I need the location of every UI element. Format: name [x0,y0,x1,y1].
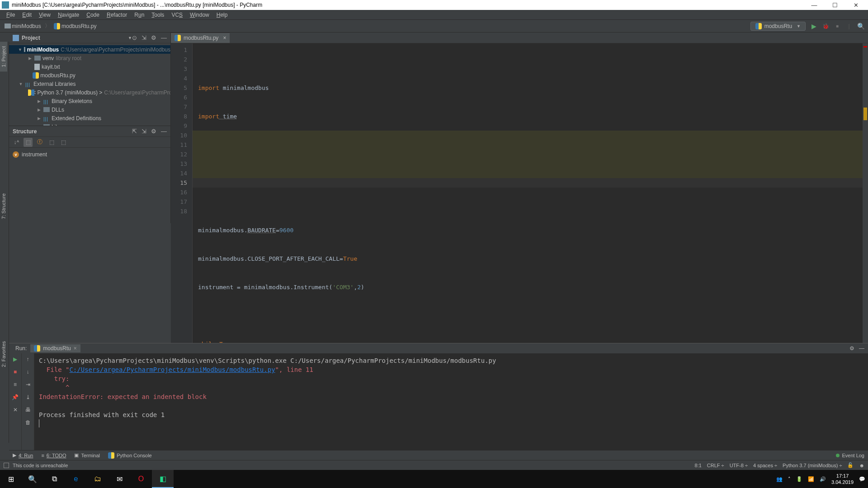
tree-root[interactable]: ▼miniModbusC:\Users\argea\PycharmProject… [9,45,170,54]
menu-file[interactable]: File [3,11,19,19]
tab-run-bottom[interactable]: ▶ 4: Run [13,452,33,458]
chevron-down-icon[interactable]: ▼ [128,36,132,40]
run-tab[interactable]: modbusRtu × [30,344,80,352]
menu-help[interactable]: Help [213,11,231,19]
up-button[interactable]: ↑ [24,355,32,363]
breadcrumb-file[interactable]: modbusRtu.py [53,23,98,29]
edge-app[interactable]: e [65,470,87,488]
tool-windows-icon[interactable] [4,463,9,468]
tab-structure[interactable]: 7: Structure [0,189,7,224]
run-config-selector[interactable]: modbusRtu ▼ [750,22,806,31]
tree-file-txt[interactable]: kayit.txt [9,62,170,71]
tree-dlls[interactable]: ▶DLLs [9,105,170,114]
tree-external-libraries[interactable]: ▼External Libraries [9,80,170,88]
tree-binary-skeletons[interactable]: ▶Binary Skeletons [9,97,170,105]
gear-icon[interactable]: ⚙ [849,345,854,352]
action-center-icon[interactable]: 💬 [859,476,865,482]
rerun-button[interactable]: ▶ [11,355,19,363]
down-button[interactable]: ↓ [24,368,32,376]
wifi-icon[interactable]: 📶 [808,476,814,482]
pin-button[interactable]: 📌 [11,393,19,401]
scroll-end-button[interactable]: ⤓ [24,393,32,401]
indent-settings[interactable]: 4 spaces ÷ [753,463,777,468]
editor-tab[interactable]: modbusRtu.py × [171,33,230,43]
gear-icon[interactable]: ⚙ [151,34,156,41]
collapse-icon[interactable]: ⇲ [142,34,146,41]
gear-icon[interactable]: ⚙ [151,128,156,135]
event-log-button[interactable]: Event Log [836,453,864,458]
tree-file-py[interactable]: modbusRtu.py [9,71,170,80]
pycharm-app[interactable]: ◧ [152,470,174,488]
close-tab-icon[interactable]: × [223,35,226,41]
tab-python-console[interactable]: Python Console [108,452,152,459]
menu-navigate[interactable]: Navigate [54,11,83,19]
print-button[interactable]: 🖶 [24,406,32,414]
menu-run[interactable]: Run [131,11,148,19]
hide-icon[interactable]: — [859,345,864,352]
run-button[interactable]: ▶ [810,23,817,30]
menu-tools[interactable]: Tools [148,11,168,19]
clear-button[interactable]: 🗑 [24,418,32,427]
menu-window[interactable]: Window [186,11,213,19]
file-encoding[interactable]: UTF-8 ÷ [730,463,748,468]
layout-button[interactable]: ≡ [11,380,19,389]
readonly-lock-icon[interactable]: 🔓 [847,462,854,468]
line-separator[interactable]: CRLF ÷ [707,463,724,468]
filter-button-2[interactable]: ⬚ [47,138,56,147]
filter-button-1[interactable]: ⬚ [24,138,33,147]
tab-favorites[interactable]: 2: Favorites [0,337,7,371]
close-tab-icon[interactable]: × [74,345,77,352]
expand-icon[interactable]: ⇱ [132,128,137,135]
project-tree[interactable]: ▼miniModbusC:\Users\argea\PycharmProject… [9,43,170,133]
task-view-button[interactable]: ⧉ [43,470,65,488]
tree-python-env[interactable]: ▼ < Python 3.7 (miniModbus) >C:\Users\ar… [9,88,170,97]
sort-alpha-button[interactable]: ↓ᴬ [12,138,21,147]
start-button[interactable]: ⊞ [0,470,22,488]
hide-icon[interactable]: — [161,128,167,135]
search-everywhere-button[interactable]: 🔍 [857,23,864,30]
close-process-button[interactable]: ✕ [11,406,19,414]
collapse-icon[interactable]: ⇲ [142,128,146,135]
filter-button-3[interactable]: ⬚ [59,138,68,147]
battery-icon[interactable]: 🔋 [796,476,802,482]
minimize-button[interactable]: — [804,0,825,10]
wrap-button[interactable]: ⇥ [24,380,32,389]
tray-overflow-icon[interactable]: ˄ [788,476,791,482]
tab-todo[interactable]: ≡ 6: TODO [41,453,66,458]
hide-icon[interactable]: — [161,34,167,41]
caret-position[interactable]: 8:1 [695,463,702,468]
search-button[interactable]: 🔍 [22,470,43,488]
tab-project[interactable]: 1: Project [0,42,7,71]
python-icon [54,23,60,29]
opera-app[interactable]: O [130,470,152,488]
menu-view[interactable]: View [35,11,54,19]
show-fields-button[interactable]: ⓕ [35,138,44,147]
structure-tool-window: Structure ⇱ ⇲ ⚙ — ↓ᴬ ⬚ ⓕ ⬚ ⬚ v instrumen… [9,126,171,223]
debug-button[interactable]: 🐞 [822,23,829,30]
stop-process-button[interactable]: ■ [11,368,19,376]
structure-panel-title: Structure [13,128,132,135]
python-interpreter[interactable]: Python 3.7 (miniModbus) ÷ [783,463,842,468]
menu-refactor[interactable]: Refactor [103,11,131,19]
console-output[interactable]: C:\Users\argea\PycharmProjects\miniModbu… [34,353,868,450]
breadcrumb-project[interactable]: miniModbus [4,23,42,29]
people-icon[interactable]: 👥 [776,476,783,482]
explorer-app[interactable]: 🗂 [87,470,108,488]
mail-app[interactable]: ✉ [108,470,130,488]
tree-extended-definitions[interactable]: ▶Extended Definitions [9,114,170,122]
menu-code[interactable]: Code [83,11,103,19]
taskbar-clock[interactable]: 17:17 3.04.2019 [831,473,854,485]
tree-venv[interactable]: ▶venvlibrary root [9,54,170,62]
navigation-bar: miniModbus 〉 modbusRtu.py modbusRtu ▼ ▶ … [0,20,868,33]
menu-vcs[interactable]: VCS [168,11,186,19]
locate-icon[interactable]: ⊙ [132,34,137,41]
structure-item[interactable]: v instrument [13,150,167,159]
tab-terminal[interactable]: ▣ Terminal [74,452,100,458]
inspections-icon[interactable]: ☻ [859,463,864,468]
menu-edit[interactable]: Edit [19,11,35,19]
maximize-button[interactable]: ☐ [825,0,845,10]
stop-button[interactable]: ■ [834,23,841,30]
close-button[interactable]: ✕ [845,0,866,10]
volume-icon[interactable]: 🔊 [820,476,826,482]
file-icon [34,64,40,70]
